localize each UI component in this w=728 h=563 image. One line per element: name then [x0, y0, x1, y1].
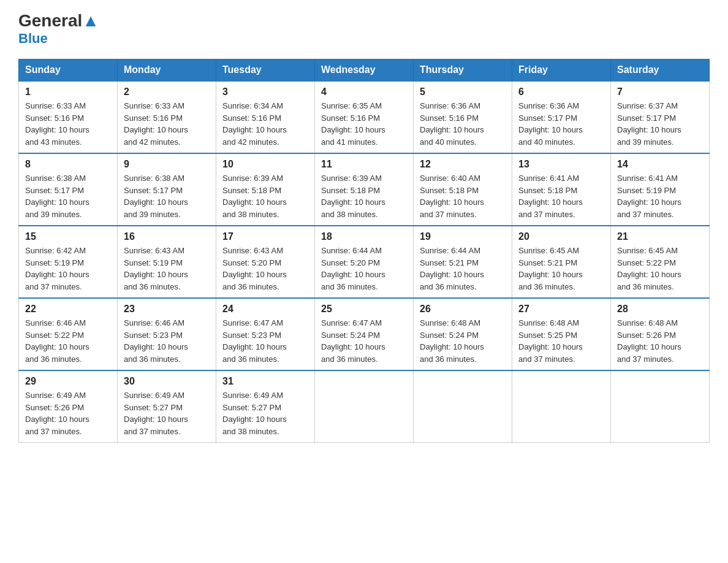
calendar-cell: 20Sunrise: 6:45 AMSunset: 5:21 PMDayligh…: [512, 226, 611, 298]
day-info: Sunrise: 6:43 AMSunset: 5:20 PMDaylight:…: [222, 245, 308, 293]
day-number: 7: [617, 86, 703, 98]
calendar-week-row: 29Sunrise: 6:49 AMSunset: 5:26 PMDayligh…: [19, 370, 710, 443]
day-number: 8: [25, 159, 111, 170]
day-info: Sunrise: 6:47 AMSunset: 5:23 PMDaylight:…: [222, 317, 308, 365]
calendar-cell: 10Sunrise: 6:39 AMSunset: 5:18 PMDayligh…: [216, 153, 315, 226]
day-info: Sunrise: 6:47 AMSunset: 5:24 PMDaylight:…: [321, 317, 407, 365]
calendar-cell: 23Sunrise: 6:46 AMSunset: 5:23 PMDayligh…: [118, 298, 216, 370]
day-number: 28: [617, 304, 703, 315]
calendar-header-friday: Friday: [512, 59, 611, 82]
day-number: 5: [420, 86, 506, 98]
day-number: 11: [321, 159, 407, 170]
calendar-table: SundayMondayTuesdayWednesdayThursdayFrid…: [18, 59, 710, 443]
calendar-cell: 6Sunrise: 6:36 AMSunset: 5:17 PMDaylight…: [512, 81, 611, 153]
day-number: 1: [25, 86, 111, 98]
day-number: 16: [124, 231, 210, 242]
logo: General▲ Blue: [18, 12, 99, 47]
day-number: 4: [321, 86, 407, 98]
day-info: Sunrise: 6:41 AMSunset: 5:19 PMDaylight:…: [617, 172, 703, 220]
calendar-cell: 26Sunrise: 6:48 AMSunset: 5:24 PMDayligh…: [414, 298, 512, 370]
calendar-week-row: 8Sunrise: 6:38 AMSunset: 5:17 PMDaylight…: [19, 153, 710, 226]
day-info: Sunrise: 6:48 AMSunset: 5:25 PMDaylight:…: [518, 317, 604, 365]
calendar-cell: 17Sunrise: 6:43 AMSunset: 5:20 PMDayligh…: [216, 226, 315, 298]
day-info: Sunrise: 6:38 AMSunset: 5:17 PMDaylight:…: [124, 172, 210, 220]
calendar-cell: [512, 370, 611, 443]
calendar-header-row: SundayMondayTuesdayWednesdayThursdayFrid…: [19, 59, 710, 82]
day-number: 10: [222, 159, 308, 170]
day-info: Sunrise: 6:34 AMSunset: 5:16 PMDaylight:…: [222, 100, 308, 148]
calendar-cell: 27Sunrise: 6:48 AMSunset: 5:25 PMDayligh…: [512, 298, 611, 370]
day-number: 25: [321, 304, 407, 315]
day-info: Sunrise: 6:46 AMSunset: 5:23 PMDaylight:…: [124, 317, 210, 365]
page-header: General▲ Blue: [18, 12, 710, 47]
day-info: Sunrise: 6:40 AMSunset: 5:18 PMDaylight:…: [420, 172, 506, 220]
calendar-cell: 1Sunrise: 6:33 AMSunset: 5:16 PMDaylight…: [19, 81, 118, 153]
day-info: Sunrise: 6:39 AMSunset: 5:18 PMDaylight:…: [321, 172, 407, 220]
day-info: Sunrise: 6:42 AMSunset: 5:19 PMDaylight:…: [25, 245, 111, 293]
day-info: Sunrise: 6:48 AMSunset: 5:24 PMDaylight:…: [420, 317, 506, 365]
day-number: 19: [420, 231, 506, 242]
day-number: 20: [518, 231, 604, 242]
day-info: Sunrise: 6:44 AMSunset: 5:21 PMDaylight:…: [420, 245, 506, 293]
logo-general: General▲: [18, 12, 99, 29]
day-number: 6: [518, 86, 604, 98]
calendar-cell: [611, 370, 710, 443]
calendar-cell: 29Sunrise: 6:49 AMSunset: 5:26 PMDayligh…: [19, 370, 118, 443]
logo-blue-text: Blue: [18, 31, 48, 47]
day-number: 18: [321, 231, 407, 242]
calendar-cell: 18Sunrise: 6:44 AMSunset: 5:20 PMDayligh…: [315, 226, 414, 298]
day-info: Sunrise: 6:33 AMSunset: 5:16 PMDaylight:…: [124, 100, 210, 148]
calendar-cell: 9Sunrise: 6:38 AMSunset: 5:17 PMDaylight…: [118, 153, 216, 226]
day-info: Sunrise: 6:36 AMSunset: 5:16 PMDaylight:…: [420, 100, 506, 148]
calendar-header-sunday: Sunday: [19, 59, 118, 82]
calendar-week-row: 22Sunrise: 6:46 AMSunset: 5:22 PMDayligh…: [19, 298, 710, 370]
calendar-cell: 2Sunrise: 6:33 AMSunset: 5:16 PMDaylight…: [118, 81, 216, 153]
calendar-header-tuesday: Tuesday: [216, 59, 315, 82]
day-number: 3: [222, 86, 308, 98]
day-number: 9: [124, 159, 210, 170]
day-info: Sunrise: 6:38 AMSunset: 5:17 PMDaylight:…: [25, 172, 111, 220]
day-number: 30: [124, 376, 210, 387]
day-number: 17: [222, 231, 308, 242]
day-number: 15: [25, 231, 111, 242]
day-info: Sunrise: 6:39 AMSunset: 5:18 PMDaylight:…: [222, 172, 308, 220]
calendar-cell: 7Sunrise: 6:37 AMSunset: 5:17 PMDaylight…: [611, 81, 710, 153]
calendar-cell: 5Sunrise: 6:36 AMSunset: 5:16 PMDaylight…: [414, 81, 512, 153]
calendar-header-wednesday: Wednesday: [315, 59, 414, 82]
day-info: Sunrise: 6:35 AMSunset: 5:16 PMDaylight:…: [321, 100, 407, 148]
day-number: 26: [420, 304, 506, 315]
day-info: Sunrise: 6:41 AMSunset: 5:18 PMDaylight:…: [518, 172, 604, 220]
calendar-cell: 25Sunrise: 6:47 AMSunset: 5:24 PMDayligh…: [315, 298, 414, 370]
calendar-cell: [315, 370, 414, 443]
calendar-header-thursday: Thursday: [414, 59, 512, 82]
day-number: 14: [617, 159, 703, 170]
day-number: 22: [25, 304, 111, 315]
calendar-week-row: 1Sunrise: 6:33 AMSunset: 5:16 PMDaylight…: [19, 81, 710, 153]
day-info: Sunrise: 6:33 AMSunset: 5:16 PMDaylight:…: [25, 100, 111, 148]
calendar-cell: 24Sunrise: 6:47 AMSunset: 5:23 PMDayligh…: [216, 298, 315, 370]
day-info: Sunrise: 6:49 AMSunset: 5:27 PMDaylight:…: [124, 389, 210, 437]
calendar-header-saturday: Saturday: [611, 59, 710, 82]
day-number: 2: [124, 86, 210, 98]
calendar-cell: 13Sunrise: 6:41 AMSunset: 5:18 PMDayligh…: [512, 153, 611, 226]
logo-triangle-icon: ▲: [82, 11, 99, 30]
day-number: 21: [617, 231, 703, 242]
day-number: 31: [222, 376, 308, 387]
calendar-cell: 21Sunrise: 6:45 AMSunset: 5:22 PMDayligh…: [611, 226, 710, 298]
calendar-cell: 8Sunrise: 6:38 AMSunset: 5:17 PMDaylight…: [19, 153, 118, 226]
day-info: Sunrise: 6:48 AMSunset: 5:26 PMDaylight:…: [617, 317, 703, 365]
day-number: 23: [124, 304, 210, 315]
calendar-cell: 16Sunrise: 6:43 AMSunset: 5:19 PMDayligh…: [118, 226, 216, 298]
calendar-cell: 14Sunrise: 6:41 AMSunset: 5:19 PMDayligh…: [611, 153, 710, 226]
day-info: Sunrise: 6:37 AMSunset: 5:17 PMDaylight:…: [617, 100, 703, 148]
calendar-cell: 3Sunrise: 6:34 AMSunset: 5:16 PMDaylight…: [216, 81, 315, 153]
day-info: Sunrise: 6:49 AMSunset: 5:26 PMDaylight:…: [25, 389, 111, 437]
calendar-header-monday: Monday: [118, 59, 216, 82]
calendar-cell: 30Sunrise: 6:49 AMSunset: 5:27 PMDayligh…: [118, 370, 216, 443]
day-number: 27: [518, 304, 604, 315]
calendar-week-row: 15Sunrise: 6:42 AMSunset: 5:19 PMDayligh…: [19, 226, 710, 298]
day-number: 24: [222, 304, 308, 315]
day-info: Sunrise: 6:46 AMSunset: 5:22 PMDaylight:…: [25, 317, 111, 365]
calendar-cell: 28Sunrise: 6:48 AMSunset: 5:26 PMDayligh…: [611, 298, 710, 370]
day-info: Sunrise: 6:36 AMSunset: 5:17 PMDaylight:…: [518, 100, 604, 148]
